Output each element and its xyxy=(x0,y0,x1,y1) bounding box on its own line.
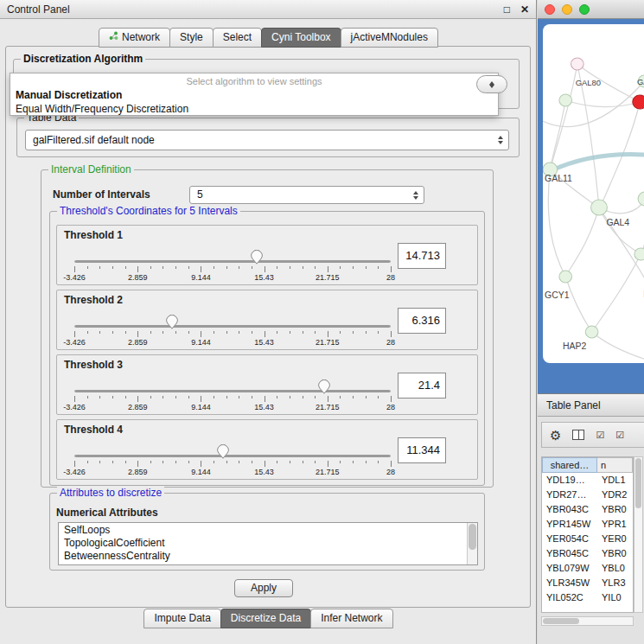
slider-track[interactable] xyxy=(74,260,391,263)
close-traffic-light-icon[interactable] xyxy=(545,4,555,15)
tab-cyni-toolbox[interactable]: Cyni Toolbox xyxy=(261,28,341,48)
threshold-2-value-field[interactable]: 6.316 xyxy=(398,308,446,334)
slider-track[interactable] xyxy=(74,390,391,392)
zoom-traffic-light-icon[interactable] xyxy=(579,4,590,15)
scrollbar-thumb[interactable] xyxy=(543,618,579,624)
tab-infer-network[interactable]: Infer Network xyxy=(310,609,392,628)
show-columns-icon[interactable] xyxy=(572,430,584,440)
slider-track[interactable] xyxy=(74,325,391,328)
scale-label: 2.859 xyxy=(128,338,148,347)
threshold-4-slider[interactable]: -3.4262.8599.14415.4321.71528 xyxy=(74,420,391,479)
table-row[interactable]: YDR27…YDR2 xyxy=(542,488,633,502)
numerical-attributes-list[interactable]: SelfLoopsTopologicalCoefficientBetweenne… xyxy=(58,522,478,565)
tab-style[interactable]: Style xyxy=(169,28,214,48)
network-node[interactable] xyxy=(591,200,608,215)
tab-discretize-data[interactable]: Discretize Data xyxy=(220,609,311,628)
cell-name[interactable]: YLR3 xyxy=(597,576,633,590)
cell-shared-name[interactable]: YDL19… xyxy=(542,473,597,488)
list-scrollbar[interactable] xyxy=(467,523,477,564)
network-node[interactable] xyxy=(559,271,572,283)
select-all-checkbox-icon[interactable]: ☑ xyxy=(596,430,604,440)
network-edge xyxy=(641,199,644,254)
tab-select[interactable]: Select xyxy=(213,28,262,48)
cell-shared-name[interactable]: YBR043C xyxy=(542,502,597,517)
network-thick-edge xyxy=(550,155,644,171)
minimize-traffic-light-icon[interactable] xyxy=(562,4,572,15)
table-row[interactable]: YIL052CYIL0 xyxy=(542,590,633,605)
table-row[interactable]: YBL079WYBL0 xyxy=(542,561,633,576)
network-node[interactable] xyxy=(634,248,644,260)
threshold-1-slider[interactable]: -3.4262.8599.14415.4321.71528 xyxy=(74,226,391,284)
table-row[interactable]: YDL19…YDL1 xyxy=(542,473,633,488)
threshold-3-value-field[interactable]: 21.4 xyxy=(398,373,446,399)
cell-name[interactable]: YBL0 xyxy=(597,561,633,576)
cell-shared-name[interactable]: YBL079W xyxy=(542,561,597,576)
cell-shared-name[interactable]: YIL052C xyxy=(542,590,597,605)
network-edge xyxy=(550,64,577,169)
network-node[interactable] xyxy=(633,95,644,109)
cell-name[interactable]: YBR0 xyxy=(597,502,633,517)
column-header-shared[interactable]: shared… xyxy=(542,457,597,473)
table-vertical-scrollbar[interactable] xyxy=(634,456,643,613)
cell-shared-name[interactable]: YBR045C xyxy=(542,546,597,561)
tab-network[interactable]: Network xyxy=(99,28,170,48)
slider-thumb[interactable] xyxy=(251,250,263,265)
cell-shared-name[interactable]: YLR345W xyxy=(542,576,597,590)
cell-name[interactable]: YPR1 xyxy=(597,517,633,532)
algorithm-combobox[interactable] xyxy=(476,75,507,93)
dropdown-option-manual-discretization[interactable]: Manual Discretization xyxy=(10,88,498,102)
tab-impute-data[interactable]: Impute Data xyxy=(143,609,220,628)
threshold-3-slider[interactable]: -3.4262.8599.14415.4321.71528 xyxy=(74,355,391,414)
cell-shared-name[interactable]: YER054C xyxy=(542,532,597,546)
cell-shared-name[interactable]: YDR27… xyxy=(542,488,597,502)
network-node[interactable] xyxy=(585,326,598,338)
network-node[interactable] xyxy=(559,94,572,106)
threshold-1-value-field[interactable]: 14.713 xyxy=(398,243,446,269)
cell-name[interactable]: YBR0 xyxy=(597,546,633,561)
algorithm-dropdown-popup: Select algorithm to view settings Manual… xyxy=(10,73,499,116)
table-row[interactable]: YPR145WYPR1 xyxy=(542,517,633,532)
table-row[interactable]: YBR045CYBR0 xyxy=(542,546,633,561)
combo-down-arrow-icon xyxy=(413,196,418,200)
column-header-name[interactable]: n xyxy=(597,457,633,473)
network-node[interactable] xyxy=(571,58,584,70)
table-row[interactable]: YBR043CYBR0 xyxy=(542,502,633,517)
combo-up-arrow-icon xyxy=(498,136,503,139)
apply-button[interactable]: Apply xyxy=(234,579,293,597)
slider-thumb[interactable] xyxy=(166,315,178,329)
scrollbar-thumb[interactable] xyxy=(469,524,476,550)
table-row[interactable]: YER054CYER0 xyxy=(542,532,633,546)
table-data-combobox[interactable]: galFiltered.sif default node xyxy=(25,130,509,150)
float-window-icon[interactable]: □ xyxy=(504,3,510,16)
list-item[interactable]: SelfLoops xyxy=(59,524,466,537)
cell-name[interactable]: YDR2 xyxy=(597,488,633,502)
list-item[interactable]: BetweennessCentrality xyxy=(59,550,466,563)
threshold-4-value-field[interactable]: 11.344 xyxy=(398,437,446,463)
close-icon[interactable]: ✕ xyxy=(520,3,529,16)
number-of-intervals-combobox[interactable]: 5 xyxy=(189,186,424,204)
scrollbar-thumb[interactable] xyxy=(635,458,641,508)
table-row[interactable]: YLR345WYLR3 xyxy=(542,576,633,590)
dropdown-option-equal-width-frequency[interactable]: Equal Width/Frequency Discretization xyxy=(10,102,498,116)
threshold-2-slider[interactable]: -3.4262.8599.14415.4321.71528 xyxy=(74,290,391,349)
network-canvas[interactable]: GAL80GAGAL11GAL4GCY1HAP2H xyxy=(543,24,644,363)
list-item[interactable]: TopologicalCoefficient xyxy=(59,537,466,550)
slider-track[interactable] xyxy=(74,455,391,457)
tab-label: Impute Data xyxy=(154,612,210,624)
tab-jactivemnodules[interactable]: jActiveMNodules xyxy=(341,28,438,48)
slider-thumb[interactable] xyxy=(318,379,330,394)
group-title: Attributes to discretize xyxy=(57,487,164,499)
cell-name[interactable]: YIL0 xyxy=(597,590,633,605)
network-node[interactable] xyxy=(638,192,644,206)
network-edge xyxy=(543,81,644,127)
combo-stepper[interactable] xyxy=(411,187,421,203)
gear-icon[interactable]: ⚙ xyxy=(550,429,561,442)
cell-name[interactable]: YER0 xyxy=(597,532,633,546)
combo-stepper[interactable] xyxy=(495,131,506,150)
table-horizontal-scrollbar[interactable] xyxy=(541,616,634,626)
cell-shared-name[interactable]: YPR145W xyxy=(542,517,597,532)
cell-name[interactable]: YDL1 xyxy=(597,473,633,488)
slider-thumb[interactable] xyxy=(217,444,229,459)
deselect-all-checkbox-icon[interactable]: ☑ xyxy=(615,430,624,440)
network-graph[interactable]: GAL80GAGAL11GAL4GCY1HAP2H xyxy=(543,24,644,363)
